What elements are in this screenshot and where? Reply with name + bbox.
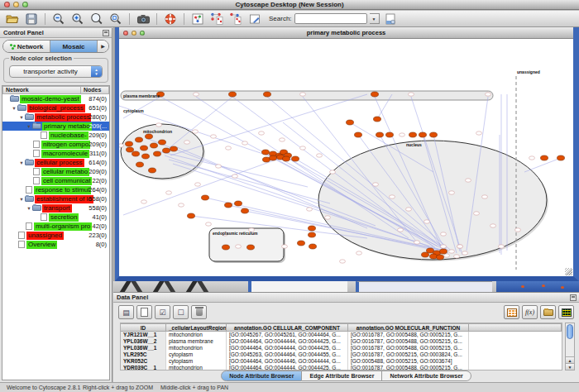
network-node[interactable] bbox=[156, 123, 162, 127]
network-node[interactable] bbox=[376, 132, 384, 137]
tree-item[interactable]: unassigned223(0) bbox=[2, 231, 109, 240]
table-cell[interactable]: [GO:0005488, GO:0005215, GO:0003674] bbox=[348, 358, 469, 365]
resize-grip[interactable] bbox=[565, 268, 572, 275]
disclosure-triangle[interactable]: ▼ bbox=[18, 197, 25, 202]
network-node[interactable] bbox=[270, 155, 277, 160]
network-node[interactable] bbox=[374, 117, 381, 122]
table-cell[interactable]: YKR052C bbox=[121, 358, 166, 365]
network-node[interactable] bbox=[499, 245, 505, 248]
network-node[interactable] bbox=[229, 92, 237, 97]
network-node[interactable] bbox=[126, 141, 133, 146]
table-row[interactable]: YKR052Ccytoplasm[GO:0044464, GO:0044446,… bbox=[121, 358, 562, 365]
tree-item[interactable]: macromolecule311(0) bbox=[2, 149, 109, 158]
save-session-button[interactable] bbox=[23, 12, 40, 26]
tree-item[interactable]: ▼metabolic process280(0) bbox=[2, 112, 109, 122]
network-node[interactable] bbox=[441, 245, 447, 248]
table-cell[interactable]: YDR039C__1 bbox=[121, 365, 166, 370]
disclosure-triangle[interactable]: ▼ bbox=[18, 160, 25, 165]
network-node[interactable] bbox=[409, 132, 417, 137]
network-node[interactable] bbox=[136, 137, 143, 142]
network-node[interactable] bbox=[541, 155, 548, 160]
network-node[interactable] bbox=[259, 131, 265, 135]
table-row[interactable]: YJR121W__1mitochondrion[GO:0045267, GO:0… bbox=[121, 332, 562, 338]
tab-network-attribute-browser[interactable]: Network Attribute Browser bbox=[382, 370, 471, 381]
table-cell[interactable]: [GO:0016787, GO:0005488, GO:0005215, G..… bbox=[348, 345, 469, 351]
network-node[interactable] bbox=[355, 132, 362, 137]
network-node[interactable] bbox=[356, 251, 362, 255]
disclosure-triangle[interactable]: ▼ bbox=[26, 124, 32, 129]
tab-network[interactable]: Network bbox=[3, 41, 50, 52]
network-node[interactable] bbox=[400, 133, 405, 136]
network-node[interactable] bbox=[482, 195, 488, 198]
table-cell[interactable]: YJR121W__1 bbox=[121, 332, 166, 338]
tree-item[interactable]: ▼biological_process651(0) bbox=[2, 103, 109, 112]
function-builder-button[interactable]: f(x) bbox=[522, 305, 538, 319]
network-node[interactable] bbox=[406, 208, 412, 211]
attribute-table-button[interactable] bbox=[504, 305, 519, 319]
network-node[interactable] bbox=[449, 191, 455, 194]
network-node[interactable] bbox=[195, 183, 201, 186]
table-cell[interactable]: [GO:0016787, GO:0005488, GO:0005215, G..… bbox=[348, 338, 469, 345]
network-node[interactable] bbox=[170, 146, 178, 151]
scroll-down-arrow[interactable]: ▼ bbox=[566, 363, 574, 370]
network-node[interactable] bbox=[146, 134, 153, 139]
network-node[interactable] bbox=[223, 245, 230, 250]
network-node[interactable] bbox=[529, 156, 535, 160]
network-node[interactable] bbox=[232, 174, 238, 178]
network-node[interactable] bbox=[202, 195, 209, 200]
network-node[interactable] bbox=[300, 93, 306, 96]
delete-attribute-button[interactable] bbox=[191, 305, 207, 319]
table-cell[interactable]: [GO:0045267, GO:0045261, GO:0044464, G..… bbox=[227, 332, 348, 338]
network-node[interactable] bbox=[398, 228, 404, 232]
tree-column-nodes[interactable]: Nodes bbox=[81, 86, 109, 94]
network-node[interactable] bbox=[282, 245, 288, 248]
search-dropdown-arrow[interactable]: ▼ bbox=[370, 13, 380, 24]
network-node[interactable] bbox=[330, 170, 336, 174]
table-cell[interactable]: YLR295C bbox=[121, 351, 166, 358]
network-node[interactable] bbox=[347, 120, 354, 125]
network-node[interactable] bbox=[309, 226, 316, 231]
network-node[interactable] bbox=[307, 208, 313, 211]
matrix-view-button[interactable] bbox=[558, 305, 574, 319]
network-node[interactable] bbox=[263, 157, 270, 162]
network-node[interactable] bbox=[409, 93, 414, 96]
network-node[interactable] bbox=[325, 216, 331, 219]
scroll-up-arrow[interactable]: ▲ bbox=[566, 356, 574, 363]
network-node[interactable] bbox=[163, 148, 170, 153]
network-node[interactable] bbox=[444, 254, 450, 257]
tree-column-network[interactable]: Network bbox=[2, 86, 81, 94]
network-node[interactable] bbox=[419, 132, 427, 137]
network-node[interactable] bbox=[184, 141, 190, 144]
column-header[interactable]: annotation.GO MOLECULAR_FUNCTION bbox=[348, 323, 469, 332]
close-button[interactable] bbox=[4, 2, 10, 7]
network-node[interactable] bbox=[242, 208, 249, 213]
network-node[interactable] bbox=[136, 162, 144, 167]
column-header[interactable]: annotation.GO CELLULAR_COMPONENT bbox=[227, 323, 348, 332]
network-node[interactable] bbox=[235, 201, 242, 206]
network-node[interactable] bbox=[309, 232, 316, 237]
table-cell[interactable]: [GO:0016787, GO:0005488, GO:0005215, G..… bbox=[348, 365, 469, 370]
zoom-out-button[interactable] bbox=[50, 12, 67, 26]
column-header[interactable]: ID bbox=[121, 323, 166, 332]
network-node[interactable] bbox=[441, 232, 447, 236]
layout-network-button[interactable] bbox=[208, 12, 225, 26]
float-panel-icon[interactable] bbox=[103, 30, 109, 36]
table-cell[interactable]: [GO:0045263, GO:0044464, GO:0044455, G..… bbox=[227, 351, 348, 358]
network-node[interactable] bbox=[193, 130, 199, 133]
table-cell[interactable]: cytoplasm bbox=[166, 358, 227, 365]
network-node[interactable] bbox=[225, 203, 232, 208]
table-row[interactable]: YLR295Ccytoplasm[GO:0045263, GO:0044464,… bbox=[121, 351, 562, 358]
network-node[interactable] bbox=[206, 222, 212, 226]
close-icon[interactable] bbox=[123, 31, 128, 36]
snapshot-camera-button[interactable] bbox=[135, 12, 151, 26]
network-node[interactable] bbox=[437, 255, 444, 260]
table-cell[interactable]: YPL036W__2 bbox=[121, 338, 166, 345]
table-cell[interactable]: [GO:0044464, GO:0044444, GO:0044425, G..… bbox=[227, 338, 348, 345]
network-node[interactable] bbox=[142, 154, 150, 159]
network-node[interactable] bbox=[390, 195, 395, 198]
table-row[interactable]: YDR039C__1mitochondrion[GO:0044464, GO:0… bbox=[121, 365, 562, 370]
network-node[interactable] bbox=[298, 241, 305, 246]
network-node[interactable] bbox=[247, 245, 255, 250]
tree-item[interactable]: ▼primary metabo209(... bbox=[2, 122, 109, 131]
network-node[interactable] bbox=[127, 147, 134, 152]
